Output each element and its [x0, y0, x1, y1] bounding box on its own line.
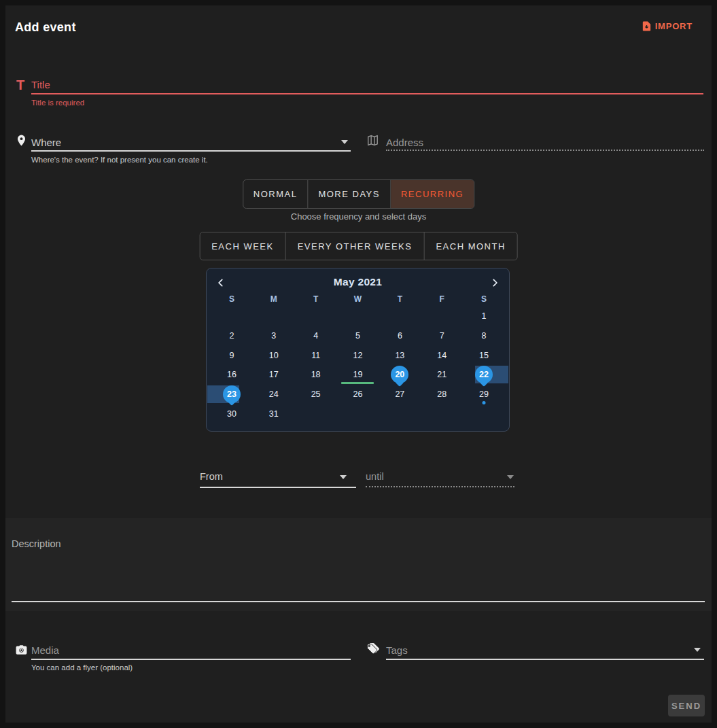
calendar-day-number: 25 — [311, 389, 321, 399]
calendar-day-number: 23 — [223, 385, 241, 403]
calendar-week-row: 16171819202122 — [207, 365, 509, 385]
calendar-weekday-label: T — [379, 294, 421, 307]
calendar-day-29[interactable]: 29 — [463, 385, 505, 404]
calendar-day-28[interactable]: 28 — [421, 385, 463, 404]
media-helper-text: You can add a flyer (optional) — [31, 663, 133, 672]
calendar-day-number: 19 — [353, 370, 363, 379]
calendar-day-number: 6 — [398, 331, 402, 341]
calendar-weekday-label: W — [337, 294, 379, 307]
calendar-empty-cell — [295, 307, 337, 326]
calendar-day-number: 15 — [479, 351, 489, 360]
calendar-day-27[interactable]: 27 — [379, 385, 421, 404]
tab-normal[interactable]: NORMAL — [243, 180, 309, 208]
until-dropdown-icon — [507, 475, 514, 479]
calendar-day-25[interactable]: 25 — [295, 385, 337, 404]
address-input[interactable]: Address — [386, 137, 423, 148]
send-button[interactable]: SEND — [668, 695, 705, 716]
from-underline — [200, 487, 356, 488]
tab-recurring[interactable]: RECURRING — [391, 180, 474, 208]
day-mode-tabs: NORMALMORE DAYSRECURRING — [243, 179, 474, 209]
calendar-day-26[interactable]: 26 — [337, 385, 379, 404]
calendar-day-number: 20 — [391, 366, 408, 383]
calendar-day-16[interactable]: 16 — [211, 365, 253, 385]
from-dropdown-icon[interactable] — [340, 475, 347, 479]
calendar-prev-button[interactable] — [213, 275, 228, 290]
where-helper-text: Where's the event? If not present you ca… — [31, 156, 208, 164]
calendar-day-number: 4 — [313, 331, 318, 341]
calendar-day-13[interactable]: 13 — [379, 345, 421, 365]
calendar-day-22[interactable]: 22 — [463, 365, 505, 385]
calendar-day-number: 14 — [437, 351, 447, 360]
calendar-weekday-label: S — [211, 294, 253, 307]
where-dropdown-icon[interactable] — [341, 140, 348, 144]
calendar-day-3[interactable]: 3 — [253, 326, 295, 346]
add-event-panel: Add event IMPORT T Title Title is requir… — [5, 5, 712, 723]
tags-icon — [366, 643, 379, 659]
address-underline — [386, 150, 704, 151]
calendar-day-11[interactable]: 11 — [295, 345, 337, 365]
calendar-month-title: May 2021 — [334, 276, 382, 288]
title-icon: T — [16, 77, 24, 93]
map-icon — [366, 134, 379, 150]
calendar-day-number: 26 — [353, 389, 363, 399]
calendar-day-2[interactable]: 2 — [211, 326, 253, 346]
frequency-every-other-weeks[interactable]: EVERY OTHER WEEKS — [286, 232, 425, 260]
calendar-day-23[interactable]: 23 — [211, 385, 253, 404]
calendar-next-button[interactable] — [487, 275, 502, 290]
tags-select[interactable]: Tags — [386, 644, 408, 656]
tabs-hint-text: Choose frequency and select days — [291, 211, 426, 222]
calendar-empty-cell — [337, 404, 379, 423]
media-input[interactable]: Media — [31, 644, 59, 656]
tab-more-days[interactable]: MORE DAYS — [308, 180, 391, 208]
calendar-day-number: 27 — [395, 389, 404, 399]
calendar-day-4[interactable]: 4 — [295, 326, 337, 346]
calendar-day-12[interactable]: 12 — [337, 345, 379, 365]
calendar-week-row: 1 — [207, 307, 509, 326]
calendar-day-15[interactable]: 15 — [463, 345, 505, 365]
calendar-weekday-label: M — [253, 294, 295, 307]
calendar-empty-cell — [379, 404, 421, 423]
until-select[interactable]: until — [366, 471, 384, 482]
calendar-day-number: 31 — [269, 409, 279, 419]
frequency-each-week[interactable]: EACH WEEK — [200, 232, 286, 260]
until-underline — [366, 486, 514, 487]
tags-dropdown-icon[interactable] — [694, 648, 701, 652]
description-input[interactable]: Description — [12, 538, 61, 549]
description-section[interactable]: Description — [5, 518, 712, 611]
calendar-day-14[interactable]: 14 — [421, 345, 463, 365]
frequency-each-month[interactable]: EACH MONTH — [424, 232, 517, 260]
calendar-day-17[interactable]: 17 — [253, 365, 295, 385]
from-select[interactable]: From — [200, 471, 223, 482]
calendar-day-number: 12 — [353, 351, 363, 360]
page-title: Add event — [15, 20, 76, 35]
location-pin-icon — [15, 134, 28, 150]
calendar-day-number: 1 — [482, 311, 487, 321]
where-select[interactable]: Where — [31, 137, 61, 148]
calendar-day-30[interactable]: 30 — [211, 404, 253, 423]
calendar-day-10[interactable]: 10 — [253, 345, 295, 365]
calendar-day-9[interactable]: 9 — [211, 345, 253, 365]
calendar-day-number: 30 — [227, 409, 237, 419]
calendar-day-8[interactable]: 8 — [463, 326, 505, 346]
calendar-week-row: 3031 — [207, 404, 509, 423]
calendar-day-24[interactable]: 24 — [253, 385, 295, 404]
calendar-day-18[interactable]: 18 — [295, 365, 337, 385]
calendar-empty-cell — [379, 307, 421, 326]
calendar-day-number: 5 — [355, 331, 360, 341]
calendar-day-1[interactable]: 1 — [463, 307, 505, 326]
import-button[interactable]: IMPORT — [641, 20, 693, 32]
title-input[interactable]: Title — [31, 79, 50, 90]
calendar-day-20[interactable]: 20 — [379, 365, 421, 385]
calendar-weekday-label: T — [295, 294, 337, 307]
calendar-day-31[interactable]: 31 — [253, 404, 295, 423]
calendar-day-5[interactable]: 5 — [337, 326, 379, 346]
calendar-day-6[interactable]: 6 — [379, 326, 421, 346]
calendar-day-19[interactable]: 19 — [337, 365, 379, 385]
title-error-text: Title is required — [31, 99, 84, 107]
calendar-day-21[interactable]: 21 — [421, 365, 463, 385]
calendar-day-number: 18 — [311, 370, 321, 379]
calendar-day-7[interactable]: 7 — [421, 326, 463, 346]
title-underline — [31, 93, 703, 94]
calendar-day-number: 3 — [271, 331, 276, 341]
description-underline — [12, 601, 705, 602]
